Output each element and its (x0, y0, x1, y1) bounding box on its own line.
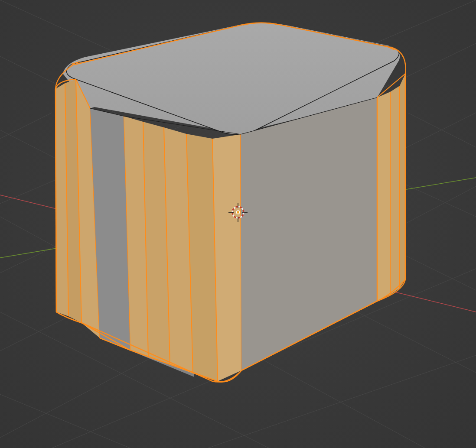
bevel-corner-far-right[interactable] (377, 74, 405, 301)
svg-marker-35 (377, 92, 390, 301)
viewport-canvas (0, 0, 476, 448)
viewport-3d[interactable] (0, 0, 476, 448)
svg-point-53 (237, 211, 239, 214)
svg-marker-36 (390, 86, 400, 295)
bevel-corner-front[interactable] (124, 116, 241, 381)
svg-marker-37 (400, 74, 405, 288)
